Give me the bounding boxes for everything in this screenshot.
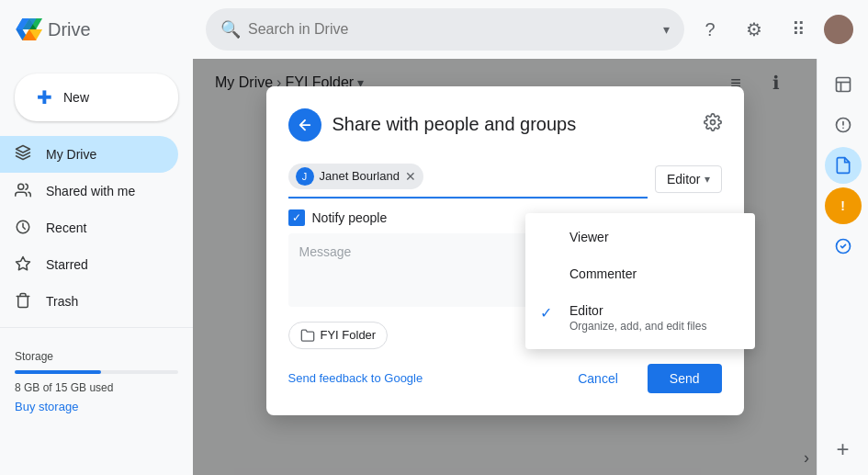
settings-button[interactable]: ⚙: [736, 11, 772, 48]
recipient-name: Janet Bourland: [320, 169, 400, 183]
chip-remove-button[interactable]: ✕: [405, 169, 416, 184]
permission-dropdown[interactable]: Editor ▾: [655, 165, 722, 193]
sidebar-item-label: Trash: [46, 294, 78, 309]
editor-check-icon: ✓: [540, 304, 558, 322]
search-input[interactable]: [248, 21, 656, 38]
search-icon: 🔍: [220, 19, 241, 40]
top-bar: Drive 🔍 ▾ ? ⚙ ⠿: [0, 0, 868, 59]
send-button[interactable]: Send: [648, 364, 722, 393]
viewer-option-content: Viewer: [569, 230, 740, 244]
editor-description: Organize, add, and edit files: [569, 320, 740, 333]
storage-bar-background: [15, 370, 178, 374]
editor-label: Editor: [569, 303, 740, 318]
check-panel-button[interactable]: [825, 228, 862, 265]
logo-area: Drive: [15, 15, 198, 44]
apps-button[interactable]: ⠿: [780, 11, 817, 48]
add-panel-button[interactable]: +: [825, 431, 862, 468]
dialog-title: Share with people and groups: [333, 114, 577, 135]
dialog-footer: Send feedback to Google Cancel Send: [288, 364, 722, 393]
user-avatar[interactable]: [824, 15, 853, 44]
commenter-option-content: Commenter: [569, 266, 740, 281]
svg-marker-2: [17, 256, 30, 269]
permission-label: Editor: [667, 172, 701, 187]
activity-panel-button[interactable]: [825, 107, 862, 143]
sidebar-item-label: My Drive: [46, 147, 96, 162]
folder-chip[interactable]: FYI Folder: [288, 322, 389, 349]
svg-point-0: [18, 184, 24, 189]
content-area: My Drive › FYI Folder ▾ ≡ ℹ: [193, 59, 817, 475]
sidebar-item-recent[interactable]: Recent: [0, 209, 178, 246]
dialog-header: Share with people and groups: [288, 108, 722, 141]
new-label: New: [63, 90, 89, 105]
new-button[interactable]: ✚ New: [15, 74, 178, 121]
menu-item-commenter[interactable]: ✓ Commenter: [525, 257, 755, 294]
storage-bar-fill: [15, 370, 101, 374]
dialog-settings-button[interactable]: [704, 113, 722, 136]
search-bar[interactable]: 🔍 ▾: [206, 8, 684, 51]
back-button[interactable]: [288, 108, 321, 141]
help-button[interactable]: ?: [692, 11, 728, 48]
sidebar-item-my-drive[interactable]: My Drive: [0, 136, 178, 173]
google-drive-logo: [15, 15, 44, 44]
sidebar-item-trash[interactable]: Trash: [0, 283, 178, 320]
dialog-header-left: Share with people and groups: [288, 108, 577, 141]
menu-item-viewer[interactable]: ✓ Viewer: [525, 221, 755, 257]
menu-item-editor[interactable]: ✓ Editor Organize, add, and edit files: [525, 294, 755, 342]
sidebar-item-label: Starred: [46, 257, 88, 272]
sidebar-item-shared[interactable]: Shared with me: [0, 173, 178, 209]
right-panel: ! +: [817, 59, 868, 475]
chip-avatar: J: [296, 167, 314, 186]
storage-label: Storage: [15, 350, 178, 363]
notification-panel-button[interactable]: !: [825, 187, 862, 224]
top-icons: ? ⚙ ⠿: [692, 11, 853, 48]
main-layout: ✚ New My Drive Shared with me Recent: [0, 59, 868, 475]
chevron-down-icon: ▾: [705, 173, 710, 186]
sidebar: ✚ New My Drive Shared with me Recent: [0, 59, 193, 475]
plus-icon: ✚: [37, 86, 52, 108]
notify-label: Notify people: [312, 210, 388, 225]
sidebar-item-label: Recent: [46, 221, 86, 235]
feedback-link[interactable]: Send feedback to Google: [288, 371, 423, 385]
viewer-label: Viewer: [569, 230, 740, 244]
notify-checkbox[interactable]: ✓: [288, 209, 305, 226]
storage-used-text: 8 GB of 15 GB used: [15, 381, 178, 394]
folder-label: FYI Folder: [321, 328, 377, 342]
svg-rect-3: [836, 78, 850, 92]
recent-icon: [15, 219, 31, 238]
recipient-chip: J Janet Bourland ✕: [288, 164, 423, 189]
sidebar-item-label: Shared with me: [46, 184, 135, 198]
folder-icon: [300, 328, 315, 343]
shared-icon: [15, 182, 31, 201]
storage-section: Storage 8 GB of 15 GB used Buy storage: [0, 335, 193, 428]
starred-icon: [15, 255, 31, 275]
trash-icon: [15, 292, 31, 311]
sidebar-item-starred[interactable]: Starred: [0, 246, 178, 283]
cancel-button[interactable]: Cancel: [556, 364, 640, 393]
svg-point-8: [842, 128, 844, 130]
recipient-row: J Janet Bourland ✕ Editor ▾: [288, 160, 722, 198]
footer-buttons: Cancel Send: [556, 364, 721, 393]
my-drive-icon: [15, 144, 31, 165]
editor-option-content: Editor Organize, add, and edit files: [569, 303, 740, 333]
recipient-input[interactable]: J Janet Bourland ✕: [288, 160, 648, 198]
commenter-label: Commenter: [569, 266, 740, 281]
search-filter-icon[interactable]: ▾: [663, 22, 670, 37]
doc-panel-button[interactable]: [825, 147, 862, 184]
message-placeholder: Message: [299, 244, 352, 259]
buy-storage-link[interactable]: Buy storage: [15, 400, 178, 413]
app-title: Drive: [48, 19, 91, 40]
details-panel-button[interactable]: [825, 66, 862, 103]
permission-dropdown-menu: ✓ Viewer ✓ Commenter ✓ Editor Organize, …: [525, 213, 755, 349]
